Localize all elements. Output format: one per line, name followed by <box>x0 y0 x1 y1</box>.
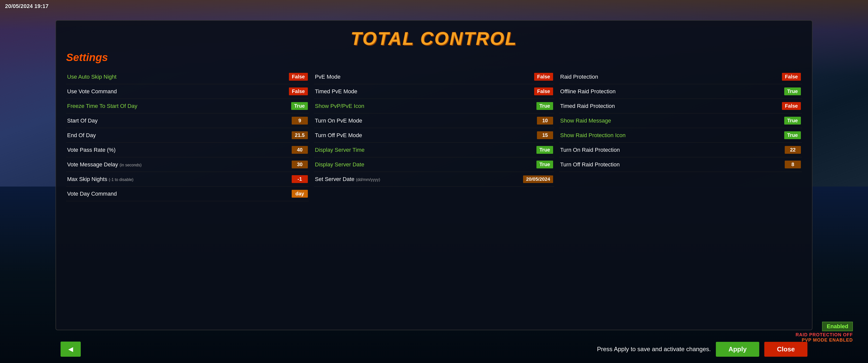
value-max-skip-nights[interactable]: -1 <box>292 175 308 183</box>
label-display-server-time: Display Server Time <box>315 147 536 153</box>
value-show-pvp-pve-icon[interactable]: True <box>536 102 553 110</box>
settings-grid: Use Auto Skip Night False Use Vote Comma… <box>66 70 802 201</box>
hud-datetime: 20/05/2024 19:17 <box>5 3 49 9</box>
setting-timed-pve-mode: Timed PvE Mode False <box>314 84 554 99</box>
label-turn-off-pve-mode: Turn Off PvE Mode <box>315 132 537 139</box>
label-show-raid-protection-icon: Show Raid Protection Icon <box>560 132 784 139</box>
setting-freeze-time: Freeze Time To Start Of Day True <box>66 99 309 113</box>
setting-vote-day-command: Vote Day Command day <box>66 187 309 201</box>
setting-timed-raid-protection: Timed Raid Protection False <box>559 99 802 113</box>
setting-display-server-date: Display Server Date True <box>314 157 554 172</box>
value-timed-raid-protection[interactable]: False <box>782 102 801 110</box>
value-pve-mode[interactable]: False <box>534 73 553 81</box>
setting-show-raid-message: Show Raid Message True <box>559 113 802 128</box>
panel-subtitle: Settings <box>66 52 802 64</box>
value-raid-protection[interactable]: False <box>782 73 801 81</box>
label-use-vote-command: Use Vote Command <box>67 88 289 95</box>
label-set-server-date: Set Server Date (dd/mm/yyyy) <box>315 176 523 183</box>
action-buttons: Press Apply to save and activate changes… <box>597 342 807 357</box>
settings-panel: TOTAL CONTROL Settings Use Auto Skip Nig… <box>56 20 812 330</box>
enabled-badge: Enabled <box>822 322 853 331</box>
label-raid-protection: Raid Protection <box>560 74 782 80</box>
value-display-server-time[interactable]: True <box>536 146 553 154</box>
setting-use-auto-skip-night: Use Auto Skip Night False <box>66 70 309 84</box>
label-pve-mode: PvE Mode <box>315 74 534 80</box>
value-turn-on-pve-mode[interactable]: 10 <box>537 117 553 125</box>
setting-max-skip-nights: Max Skip Nights (-1 to disable) -1 <box>66 172 309 187</box>
setting-show-pvp-pve-icon: Show PvP/PvE Icon True <box>314 99 554 113</box>
apply-button[interactable]: Apply <box>716 342 759 357</box>
label-max-skip-nights: Max Skip Nights (-1 to disable) <box>67 176 292 183</box>
value-offline-raid-protection[interactable]: True <box>784 88 801 95</box>
label-turn-off-raid-protection: Turn Off Raid Protection <box>560 161 785 168</box>
value-turn-off-raid-protection[interactable]: 8 <box>785 161 801 168</box>
value-show-raid-protection-icon[interactable]: True <box>784 131 801 139</box>
value-vote-day-command[interactable]: day <box>292 190 308 198</box>
value-turn-on-raid-protection[interactable]: 22 <box>785 146 801 154</box>
setting-turn-on-pve-mode: Turn On PvE Mode 10 <box>314 113 554 128</box>
value-display-server-date[interactable]: True <box>536 161 553 168</box>
setting-raid-protection: Raid Protection False <box>559 70 802 84</box>
label-show-pvp-pve-icon: Show PvP/PvE Icon <box>315 103 536 109</box>
bottom-bar: ◄ Press Apply to save and activate chang… <box>56 335 812 363</box>
value-set-server-date[interactable]: 20/05/2024 <box>523 175 553 183</box>
setting-start-of-day: Start Of Day 9 <box>66 113 309 128</box>
setting-pve-mode: PvE Mode False <box>314 70 554 84</box>
setting-turn-off-raid-protection: Turn Off Raid Protection 8 <box>559 157 802 172</box>
label-use-auto-skip-night: Use Auto Skip Night <box>67 74 289 80</box>
label-timed-pve-mode: Timed PvE Mode <box>315 88 534 95</box>
value-turn-off-pve-mode[interactable]: 15 <box>537 131 553 139</box>
value-start-of-day[interactable]: 9 <box>292 117 308 125</box>
setting-turn-on-raid-protection: Turn On Raid Protection 22 <box>559 143 802 157</box>
label-start-of-day: Start Of Day <box>67 118 292 124</box>
label-turn-on-raid-protection: Turn On Raid Protection <box>560 147 785 153</box>
settings-col-1: Use Auto Skip Night False Use Vote Comma… <box>66 70 311 201</box>
setting-vote-pass-rate: Vote Pass Rate (%) 40 <box>66 143 309 157</box>
press-apply-text: Press Apply to save and activate changes… <box>597 345 711 353</box>
label-vote-day-command: Vote Day Command <box>67 191 292 197</box>
value-use-vote-command[interactable]: False <box>289 88 308 95</box>
close-button[interactable]: Close <box>764 342 807 357</box>
label-display-server-date: Display Server Date <box>315 161 536 168</box>
panel-title: TOTAL CONTROL <box>66 28 802 49</box>
label-turn-on-pve-mode: Turn On PvE Mode <box>315 118 537 124</box>
value-use-auto-skip-night[interactable]: False <box>289 73 308 81</box>
setting-end-of-day: End Of Day 21.5 <box>66 128 309 143</box>
label-vote-pass-rate: Vote Pass Rate (%) <box>67 147 292 153</box>
label-timed-raid-protection: Timed Raid Protection <box>560 103 782 109</box>
label-offline-raid-protection: Offline Raid Protection <box>560 88 784 95</box>
setting-offline-raid-protection: Offline Raid Protection True <box>559 84 802 99</box>
label-show-raid-message: Show Raid Message <box>560 118 784 124</box>
setting-show-raid-protection-icon: Show Raid Protection Icon True <box>559 128 802 143</box>
back-button[interactable]: ◄ <box>61 341 81 357</box>
setting-turn-off-pve-mode: Turn Off PvE Mode 15 <box>314 128 554 143</box>
setting-display-server-time: Display Server Time True <box>314 143 554 157</box>
setting-set-server-date: Set Server Date (dd/mm/yyyy) 20/05/2024 <box>314 172 554 187</box>
settings-col-2: PvE Mode False Timed PvE Mode False Show… <box>311 70 557 201</box>
value-end-of-day[interactable]: 21.5 <box>292 131 308 139</box>
label-end-of-day: End Of Day <box>67 132 292 139</box>
setting-vote-message-delay: Vote Message Delay (in seconds) 30 <box>66 157 309 172</box>
label-freeze-time: Freeze Time To Start Of Day <box>67 103 291 109</box>
value-show-raid-message[interactable]: True <box>784 117 801 125</box>
settings-col-3: Raid Protection False Offline Raid Prote… <box>557 70 802 201</box>
label-vote-message-delay: Vote Message Delay (in seconds) <box>67 161 292 168</box>
value-timed-pve-mode[interactable]: False <box>534 88 553 95</box>
value-vote-pass-rate[interactable]: 40 <box>292 146 308 154</box>
setting-use-vote-command: Use Vote Command False <box>66 84 309 99</box>
back-icon: ◄ <box>67 344 75 354</box>
value-freeze-time[interactable]: True <box>291 102 308 110</box>
value-vote-message-delay[interactable]: 30 <box>292 161 308 168</box>
